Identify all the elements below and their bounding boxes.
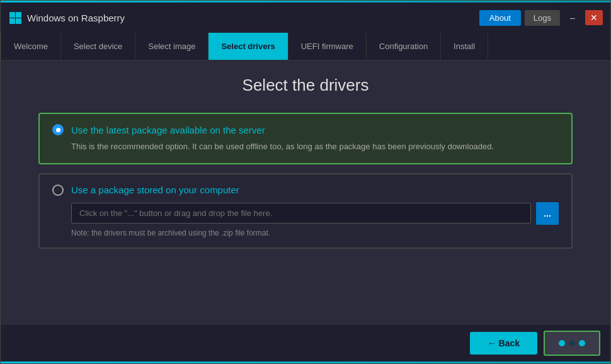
svg-rect-1 (16, 12, 21, 18)
option1-title: Use the latest package available on the … (71, 125, 265, 135)
radio-option1 (52, 124, 64, 135)
page-title: Select the drivers (38, 76, 573, 95)
logs-button[interactable]: Logs (525, 10, 560, 26)
close-button[interactable]: ✕ (585, 10, 603, 25)
svg-rect-3 (16, 18, 21, 24)
option-latest-server[interactable]: Use the latest package available on the … (38, 113, 573, 164)
tab-configuration[interactable]: Configuration (367, 33, 441, 60)
title-bar: Windows on Raspberry About Logs – ✕ (1, 3, 610, 33)
about-button[interactable]: About (479, 10, 521, 26)
tab-select-image[interactable]: Select image (135, 33, 208, 60)
cyan-bottom-border (1, 361, 610, 363)
tab-uefi-firmware[interactable]: UEFI firmware (288, 33, 367, 60)
dot3 (579, 340, 585, 346)
app-title: Windows on Raspberry (27, 13, 479, 23)
browse-button[interactable]: ... (536, 202, 559, 225)
dot1 (559, 340, 565, 346)
option2-title: Use a package stored on your computer (71, 185, 239, 195)
footer: ← Back (1, 325, 610, 361)
radio-option2 (52, 185, 64, 196)
main-content: Select the drivers Use the latest packag… (1, 60, 610, 325)
tab-select-device[interactable]: Select device (61, 33, 135, 60)
title-bar-actions: About Logs – ✕ (479, 10, 603, 26)
tab-install[interactable]: Install (441, 33, 488, 60)
nav-tabs: Welcome Select device Select image Selec… (1, 33, 610, 60)
minimize-button[interactable]: – (564, 10, 581, 25)
back-button[interactable]: ← Back (470, 332, 537, 355)
svg-rect-2 (9, 18, 15, 24)
tab-welcome[interactable]: Welcome (1, 33, 61, 60)
file-note: Note: the drivers must be archived using… (71, 229, 559, 237)
app-logo (8, 11, 22, 25)
tab-select-drivers[interactable]: Select drivers (208, 33, 288, 60)
next-button-placeholder[interactable] (544, 331, 600, 356)
option1-description: This is the recommended option. It can b… (71, 140, 559, 153)
file-input-area: ... (71, 202, 559, 225)
option-local-package[interactable]: Use a package stored on your computer ..… (38, 173, 573, 249)
option1-header: Use the latest package available on the … (52, 124, 559, 135)
option2-header: Use a package stored on your computer (52, 185, 559, 196)
svg-rect-0 (9, 12, 15, 18)
dot2 (569, 340, 575, 346)
file-path-input[interactable] (71, 203, 531, 224)
app-window: Windows on Raspberry About Logs – ✕ Welc… (0, 0, 611, 364)
